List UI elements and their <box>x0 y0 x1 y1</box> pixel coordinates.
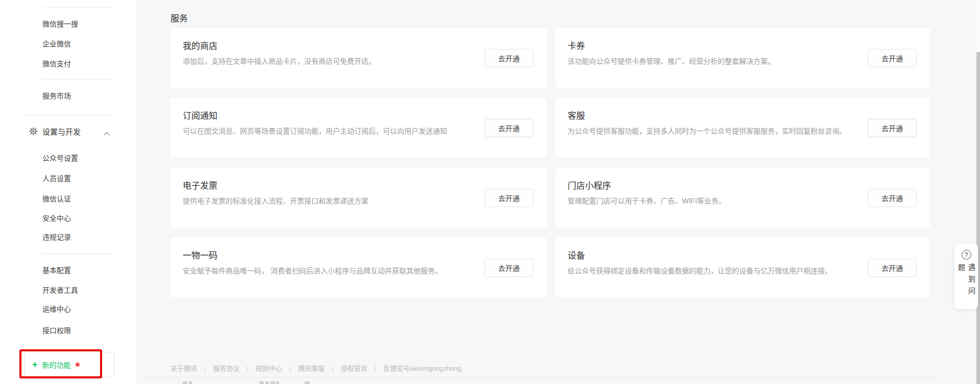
card-description: 管理配置门店可以用于卡券、广告、WIFI等业务。 <box>568 196 918 206</box>
service-cards-grid: 我的商店 添加后，支持在文章中插入商品卡片，没有商店可免费开店。 去开通 卡券 … <box>170 28 930 297</box>
scrollbar-thumb[interactable] <box>976 52 980 384</box>
service-card-store-miniprogram: 门店小程序 管理配置门店可以用于卡券、广告、WIFI等业务。 去开通 <box>555 168 930 227</box>
card-description: 可以在图文消息、网页等场景设置订阅功能，用户主动订阅后，可以向用户发送通知 <box>183 126 534 136</box>
card-title: 一物一码 <box>183 248 534 261</box>
sidebar-item-basic-config[interactable]: 基本配置 <box>42 265 71 275</box>
footer-separator: | <box>332 364 333 372</box>
divider <box>143 377 934 377</box>
footer-separator: | <box>204 364 206 372</box>
sidebar-item-api-permission[interactable]: 接口权限 <box>42 325 71 336</box>
sidebar-item-verification[interactable]: 微信认证 <box>42 194 71 204</box>
card-title: 卡券 <box>568 39 918 52</box>
activate-button[interactable]: 去开通 <box>484 189 533 207</box>
scrollbar-track[interactable] <box>976 0 980 384</box>
divider <box>42 79 114 80</box>
sidebar-item-wechat-search[interactable]: 微信搜一搜 <box>42 19 78 29</box>
footer-link-rules[interactable]: 规则中心 <box>256 363 282 373</box>
sidebar-item-violation-record[interactable]: 违规记录 <box>42 232 71 242</box>
sidebar-item-staff-settings[interactable]: 人员设置 <box>42 173 71 184</box>
sidebar: 微信搜一搜 企业微信 微信支付 服务市场 设置与开发 公众号设置 人员设置 微信… <box>0 0 136 384</box>
footer-link-support[interactable]: 腾讯客服 <box>298 363 325 373</box>
clipped-footer-text <box>276 381 279 384</box>
sidebar-item-developer-tools[interactable]: 开发者工具 <box>42 285 78 295</box>
clipped-footer-text <box>271 381 275 384</box>
service-card-coupons: 卡券 该功能向公众号提供卡券管理、推广、经营分析的整套解决方案。 去开通 <box>555 28 930 88</box>
service-card-e-invoice: 电子发票 提供电子发票的标准化接入流程、开票接口和发票递送方案 去开通 <box>170 168 547 227</box>
activate-button[interactable]: 去开通 <box>868 189 917 207</box>
card-description: 该功能向公众号提供卡券管理、推广、经营分析的整套解决方案。 <box>568 56 918 66</box>
activate-button[interactable]: 去开通 <box>868 259 917 277</box>
help-widget-label: 遇到问题 <box>956 264 976 309</box>
sidebar-item-wechat-pay[interactable]: 微信支付 <box>42 59 71 69</box>
clipped-footer-text <box>189 381 192 384</box>
page-title: 服务 <box>170 11 188 24</box>
activate-button[interactable]: 去开通 <box>484 119 533 137</box>
card-title: 订阅通知 <box>183 109 534 121</box>
sidebar-item-security-center[interactable]: 安全中心 <box>42 213 71 223</box>
card-description: 提供电子发票的标准化接入流程、开票接口和发票递送方案 <box>183 196 534 206</box>
footer-links: 关于腾讯 | 服务协议 | 规则中心 | 腾讯客服 | 侵权投诉 | 反馈官号w… <box>170 363 461 373</box>
divider <box>24 115 114 115</box>
card-description: 添加后，支持在文章中插入商品卡片，没有商店可免费开店。 <box>183 56 534 66</box>
activate-button[interactable]: 去开通 <box>868 119 917 137</box>
sidebar-section-label: 设置与开发 <box>42 126 81 137</box>
card-title: 门店小程序 <box>568 178 918 191</box>
clipped-footer-text <box>305 381 310 384</box>
card-description: 给公众号获得绑定设备和传输设备数据的能力，让您的设备与亿万微信用户相连接。 <box>568 266 918 276</box>
divider <box>42 8 114 8</box>
chevron-up-icon <box>104 129 110 138</box>
footer-separator: | <box>375 364 376 372</box>
card-title: 设备 <box>568 248 918 261</box>
sidebar-item-wework[interactable]: 企业微信 <box>42 39 71 49</box>
footer-link-complaint[interactable]: 侵权投诉 <box>341 363 368 373</box>
clipped-footer-text <box>265 381 269 384</box>
sidebar-section-settings-dev[interactable]: 设置与开发 <box>29 126 81 136</box>
footer-separator: | <box>247 364 248 372</box>
sidebar-item-ops-center[interactable]: 运维中心 <box>42 304 71 314</box>
footer-separator: | <box>289 364 291 372</box>
clipped-footer-text <box>259 381 264 384</box>
question-icon: ? <box>962 250 971 260</box>
service-card-one-code: 一物一码 安全赋予每件商品唯一码， 消费者扫码后进入小程序与品牌互动并获取其他服… <box>170 238 547 297</box>
gear-icon <box>29 127 38 136</box>
divider <box>42 253 114 254</box>
activate-button[interactable]: 去开通 <box>868 49 917 67</box>
notification-dot <box>76 363 80 367</box>
service-card-my-shop: 我的商店 添加后，支持在文章中插入商品卡片，没有商店可免费开店。 去开通 <box>170 28 547 88</box>
activate-button[interactable]: 去开通 <box>484 259 533 277</box>
card-title: 客服 <box>568 109 918 121</box>
service-card-subscribe-notice: 订阅通知 可以在图文消息、网页等场景设置订阅功能，用户主动订阅后，可以向用户发送… <box>170 98 547 158</box>
card-title: 我的商店 <box>183 39 534 52</box>
activate-button[interactable]: 去开通 <box>484 49 533 67</box>
new-feature-label: 新的功能 <box>42 360 71 370</box>
plus-icon: + <box>32 360 38 369</box>
clipped-footer-text <box>183 381 187 384</box>
new-feature-button[interactable]: + 新的功能 <box>24 352 114 377</box>
footer-link-agreement[interactable]: 服务协议 <box>213 363 239 373</box>
service-card-devices: 设备 给公众号获得绑定设备和传输设备数据的能力，让您的设备与亿万微信用户相连接。… <box>555 238 930 297</box>
card-title: 电子发票 <box>183 178 534 191</box>
footer-link-feedback[interactable]: 反馈官号weixingongzhong <box>383 363 461 373</box>
card-description: 安全赋予每件商品唯一码， 消费者扫码后进入小程序与品牌互动并获取其他服务。 <box>183 266 534 276</box>
help-widget[interactable]: ? 遇到问题 <box>954 244 978 309</box>
sidebar-item-account-settings[interactable]: 公众号设置 <box>42 153 78 163</box>
footer-link-about[interactable]: 关于腾讯 <box>170 363 197 373</box>
service-card-customer-service: 客服 为公众号提供客服功能，支持多人同时为一个公众号提供客服服务，实时回复粉丝咨… <box>555 98 930 158</box>
sidebar-item-service-market[interactable]: 服务市场 <box>42 91 71 101</box>
card-description: 为公众号提供客服功能，支持多人同时为一个公众号提供客服服务，实时回复粉丝咨询。 <box>568 126 918 136</box>
